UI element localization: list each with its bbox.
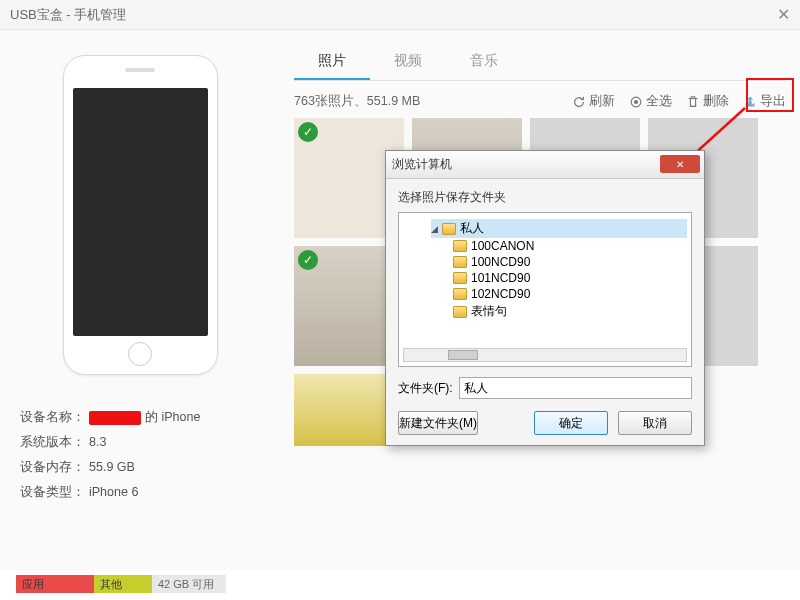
dialog-close-button[interactable]: ✕ bbox=[660, 155, 700, 173]
folder-tree[interactable]: ◢ 私人 100CANON 100NCD90 101NCD90 102NCD90 bbox=[398, 212, 692, 367]
tree-label: 私人 bbox=[460, 220, 484, 237]
export-label: 导出 bbox=[760, 93, 786, 110]
tab-photos[interactable]: 照片 bbox=[294, 44, 370, 80]
tree-label: 101NCD90 bbox=[471, 271, 530, 285]
tree-item[interactable]: 表情句 bbox=[453, 302, 687, 321]
device-phone-image bbox=[63, 55, 218, 375]
device-type-label: 设备类型： bbox=[20, 480, 85, 505]
tree-item[interactable]: 100NCD90 bbox=[453, 254, 687, 270]
browse-folder-dialog: 浏览计算机 ✕ 选择照片保存文件夹 ◢ 私人 100CANON 100NCD90… bbox=[385, 150, 705, 446]
folder-name-label: 文件夹(F): bbox=[398, 380, 453, 397]
media-toolbar: 763张照片、551.9 MB 刷新 全选 删除 bbox=[294, 93, 786, 110]
select-all-label: 全选 bbox=[646, 93, 672, 110]
refresh-button[interactable]: 刷新 bbox=[572, 93, 615, 110]
folder-icon bbox=[453, 240, 467, 252]
storage-bar: 应用 其他 42 GB 可用 bbox=[16, 574, 266, 594]
trash-icon bbox=[686, 95, 700, 109]
device-name-label: 设备名称： bbox=[20, 405, 85, 430]
refresh-icon bbox=[572, 95, 586, 109]
device-os-label: 系统版本： bbox=[20, 430, 85, 455]
svg-point-1 bbox=[634, 99, 638, 103]
checkmark-icon: ✓ bbox=[298, 122, 318, 142]
folder-icon bbox=[453, 272, 467, 284]
tree-item[interactable]: 100CANON bbox=[453, 238, 687, 254]
window-title: USB宝盒 - 手机管理 bbox=[10, 6, 126, 24]
dialog-titlebar: 浏览计算机 ✕ bbox=[386, 151, 704, 179]
device-name-suffix: 的 iPhone bbox=[145, 405, 200, 430]
folder-icon bbox=[453, 306, 467, 318]
tree-h-scrollbar[interactable] bbox=[403, 348, 687, 362]
delete-button[interactable]: 删除 bbox=[686, 93, 729, 110]
scrollbar-thumb[interactable] bbox=[448, 350, 478, 360]
window-close-button[interactable]: ✕ bbox=[777, 5, 790, 24]
device-name-redacted bbox=[89, 411, 141, 425]
tree-item-root[interactable]: ◢ 私人 bbox=[431, 219, 687, 238]
export-button[interactable]: 导出 bbox=[743, 93, 786, 110]
select-all-button[interactable]: 全选 bbox=[629, 93, 672, 110]
tree-label: 表情句 bbox=[471, 303, 507, 320]
device-info: 设备名称： 的 iPhone 系统版本： 8.3 设备内存： 55.9 GB 设… bbox=[20, 405, 260, 505]
folder-name-row: 文件夹(F): bbox=[398, 377, 692, 399]
tree-label: 100NCD90 bbox=[471, 255, 530, 269]
device-os-row: 系统版本： 8.3 bbox=[20, 430, 260, 455]
folder-icon bbox=[453, 256, 467, 268]
device-storage-label: 设备内存： bbox=[20, 455, 85, 480]
new-folder-button[interactable]: 新建文件夹(M) bbox=[398, 411, 478, 435]
expand-icon[interactable]: ◢ bbox=[431, 224, 438, 234]
phone-home-button bbox=[128, 342, 152, 366]
folder-icon bbox=[442, 223, 456, 235]
storage-segment-free: 42 GB 可用 bbox=[152, 575, 226, 593]
tab-music[interactable]: 音乐 bbox=[446, 44, 522, 80]
media-tabs: 照片 视频 音乐 bbox=[294, 44, 786, 81]
delete-label: 删除 bbox=[703, 93, 729, 110]
device-panel: 设备名称： 的 iPhone 系统版本： 8.3 设备内存： 55.9 GB 设… bbox=[0, 30, 280, 570]
tree-item[interactable]: 102NCD90 bbox=[453, 286, 687, 302]
device-type-value: iPhone 6 bbox=[89, 480, 138, 505]
dialog-body: 选择照片保存文件夹 ◢ 私人 100CANON 100NCD90 101NCD9… bbox=[386, 179, 704, 445]
checkmark-icon: ✓ bbox=[298, 250, 318, 270]
phone-screen bbox=[73, 88, 208, 336]
dialog-instruction: 选择照片保存文件夹 bbox=[398, 189, 692, 206]
storage-segment-other: 其他 bbox=[94, 575, 152, 593]
dialog-buttons: 新建文件夹(M) 确定 取消 bbox=[398, 411, 692, 435]
window-titlebar: USB宝盒 - 手机管理 ✕ bbox=[0, 0, 800, 30]
device-name-row: 设备名称： 的 iPhone bbox=[20, 405, 260, 430]
dialog-title: 浏览计算机 bbox=[392, 156, 452, 173]
folder-icon bbox=[453, 288, 467, 300]
storage-segment-app: 应用 bbox=[16, 575, 94, 593]
ok-button[interactable]: 确定 bbox=[534, 411, 608, 435]
cancel-button[interactable]: 取消 bbox=[618, 411, 692, 435]
tree-label: 100CANON bbox=[471, 239, 534, 253]
device-type-row: 设备类型： iPhone 6 bbox=[20, 480, 260, 505]
select-all-icon bbox=[629, 95, 643, 109]
device-storage-value: 55.9 GB bbox=[89, 455, 135, 480]
photo-count-status: 763张照片、551.9 MB bbox=[294, 93, 420, 110]
refresh-label: 刷新 bbox=[589, 93, 615, 110]
export-icon bbox=[743, 95, 757, 109]
device-os-value: 8.3 bbox=[89, 430, 106, 455]
tree-item[interactable]: 101NCD90 bbox=[453, 270, 687, 286]
folder-name-input[interactable] bbox=[459, 377, 692, 399]
device-storage-row: 设备内存： 55.9 GB bbox=[20, 455, 260, 480]
tree-label: 102NCD90 bbox=[471, 287, 530, 301]
tab-videos[interactable]: 视频 bbox=[370, 44, 446, 80]
